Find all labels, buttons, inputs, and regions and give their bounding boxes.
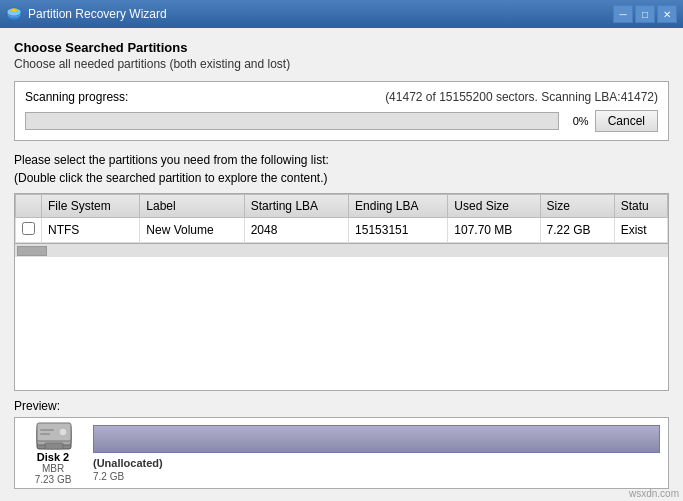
scan-progress-row: 0% Cancel	[25, 110, 658, 132]
col-status: Statu	[614, 195, 667, 218]
disk-size: 7.23 GB	[35, 474, 72, 485]
row-size: 7.22 GB	[540, 218, 614, 243]
partition-table: File System Label Starting LBA Ending LB…	[15, 194, 668, 243]
title-bar: Partition Recovery Wizard ─ □ ✕	[0, 0, 683, 28]
preview-label: Preview:	[14, 399, 669, 413]
instruction-line1: Please select the partitions you need fr…	[14, 151, 669, 169]
window-controls: ─ □ ✕	[613, 5, 677, 23]
scan-info: (41472 of 15155200 sectors. Scanning LBA…	[385, 90, 658, 104]
col-ending-lba: Ending LBA	[349, 195, 448, 218]
svg-point-6	[59, 428, 67, 436]
disk-visual: (Unallocated) 7.2 GB	[93, 425, 660, 482]
col-filesystem: File System	[42, 195, 140, 218]
row-filesystem: NTFS	[42, 218, 140, 243]
col-size: Size	[540, 195, 614, 218]
instruction-line2: (Double click the searched partition to …	[14, 169, 669, 187]
app-icon	[6, 6, 22, 22]
partition-table-body: NTFS New Volume 2048 15153151 107.70 MB …	[16, 218, 668, 243]
scan-box: Scanning progress: (41472 of 15155200 se…	[14, 81, 669, 141]
row-status: Exist	[614, 218, 667, 243]
cancel-button[interactable]: Cancel	[595, 110, 658, 132]
row-checkbox[interactable]	[22, 222, 35, 235]
table-header-row: File System Label Starting LBA Ending LB…	[16, 195, 668, 218]
row-starting-lba: 2048	[244, 218, 348, 243]
close-button[interactable]: ✕	[657, 5, 677, 23]
svg-rect-9	[45, 443, 63, 449]
row-checkbox-cell[interactable]	[16, 218, 42, 243]
row-label: New Volume	[140, 218, 244, 243]
col-checkbox	[16, 195, 42, 218]
svg-rect-7	[40, 429, 54, 431]
disk-type: MBR	[42, 463, 64, 474]
table-row[interactable]: NTFS New Volume 2048 15153151 107.70 MB …	[16, 218, 668, 243]
disk-icon	[35, 421, 71, 451]
scrollbar-thumb[interactable]	[17, 246, 47, 256]
unallocated-size: 7.2 GB	[93, 471, 660, 482]
table-header: File System Label Starting LBA Ending LB…	[16, 195, 668, 218]
main-content: Choose Searched Partitions Choose all ne…	[0, 28, 683, 501]
page-title: Choose Searched Partitions	[14, 40, 669, 55]
unallocated-label: (Unallocated)	[93, 457, 660, 469]
col-label: Label	[140, 195, 244, 218]
table-scroll-area[interactable]: File System Label Starting LBA Ending LB…	[15, 194, 668, 243]
col-used-size: Used Size	[448, 195, 540, 218]
watermark: wsxdn.com	[629, 488, 679, 499]
progress-percent: 0%	[565, 115, 589, 127]
row-ending-lba: 15153151	[349, 218, 448, 243]
preview-box: Disk 2 MBR 7.23 GB (Unallocated) 7.2 GB	[14, 417, 669, 489]
preview-section: Preview: Disk 2	[14, 399, 669, 489]
restore-button[interactable]: □	[635, 5, 655, 23]
scan-label: Scanning progress:	[25, 90, 128, 104]
horizontal-scrollbar[interactable]	[15, 243, 668, 257]
partition-table-container: File System Label Starting LBA Ending LB…	[14, 193, 669, 391]
col-starting-lba: Starting LBA	[244, 195, 348, 218]
progress-bar-container	[25, 112, 559, 130]
disk-bar	[93, 425, 660, 453]
row-used-size: 107.70 MB	[448, 218, 540, 243]
window-title: Partition Recovery Wizard	[28, 7, 613, 21]
page-subtitle: Choose all needed partitions (both exist…	[14, 57, 669, 71]
scan-info-row: Scanning progress: (41472 of 15155200 se…	[25, 90, 658, 104]
instructions: Please select the partitions you need fr…	[14, 151, 669, 187]
disk-info: Disk 2 MBR 7.23 GB	[23, 421, 83, 485]
minimize-button[interactable]: ─	[613, 5, 633, 23]
svg-rect-8	[40, 433, 50, 435]
